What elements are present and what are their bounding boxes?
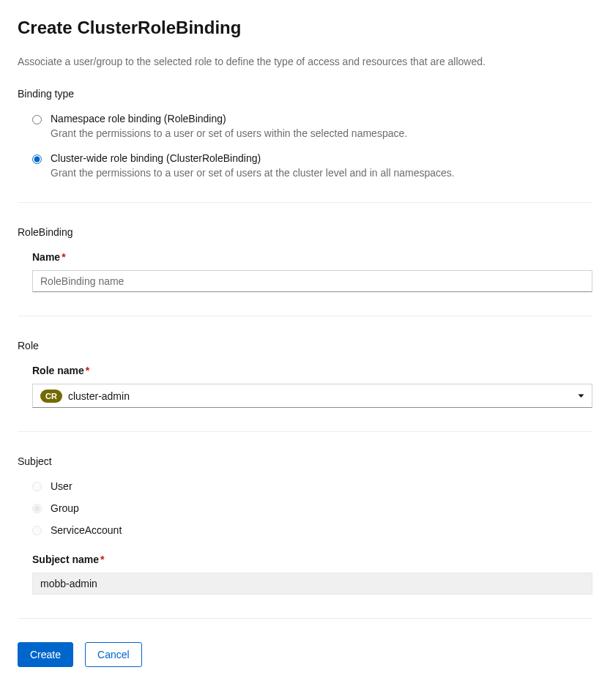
subject-section: Subject User Group ServiceAccount Subjec… [18,455,592,619]
binding-type-cluster-title: Cluster-wide role binding (ClusterRoleBi… [51,152,592,164]
rolebinding-section: RoleBinding Name* [18,226,592,316]
role-section-label: Role [18,340,592,351]
binding-type-radio-group: Namespace role binding (RoleBinding) Gra… [18,113,592,179]
page-description: Associate a user/group to the selected r… [18,56,592,67]
binding-type-radio-cluster[interactable] [32,154,42,164]
role-section: Role Role name* CR cluster-admin [18,340,592,432]
required-indicator: * [62,251,65,263]
cancel-button[interactable]: Cancel [85,642,142,667]
rolebinding-name-field: Name* [18,251,592,292]
role-name-select[interactable]: CR cluster-admin [32,384,592,408]
clusterrole-badge: CR [40,390,62,403]
required-indicator: * [100,554,104,565]
binding-type-section: Binding type Namespace role binding (Rol… [18,88,592,203]
form-actions: Create Cancel [18,642,592,667]
required-indicator: * [86,365,89,376]
binding-type-option-cluster[interactable]: Cluster-wide role binding (ClusterRoleBi… [32,152,592,179]
binding-type-namespace-title: Namespace role binding (RoleBinding) [51,113,592,124]
create-button[interactable]: Create [18,642,73,667]
page-title: Create ClusterRoleBinding [18,18,592,38]
subject-option-group[interactable]: Group [32,502,592,514]
subject-fields: User Group ServiceAccount Subject name* [18,480,592,595]
subject-name-input[interactable] [32,573,592,595]
subject-option-user[interactable]: User [32,480,592,492]
subject-option-serviceaccount[interactable]: ServiceAccount [32,524,592,536]
role-name-selected-value: cluster-admin [68,390,578,402]
binding-type-radio-namespace[interactable] [32,115,42,124]
rolebinding-name-input[interactable] [32,270,592,292]
subject-radio-group[interactable] [32,504,42,513]
subject-section-label: Subject [18,455,592,467]
role-name-field: Role name* CR cluster-admin [18,365,592,408]
subject-name-label: Subject name* [32,554,592,565]
caret-down-icon [578,392,584,400]
rolebinding-section-label: RoleBinding [18,226,592,238]
subject-group-label: Group [51,502,79,514]
role-name-select-wrap: CR cluster-admin [32,384,592,408]
binding-type-option-namespace[interactable]: Namespace role binding (RoleBinding) Gra… [32,113,592,139]
subject-radio-serviceaccount[interactable] [32,526,42,535]
subject-user-label: User [51,480,72,492]
subject-radio-group: User Group ServiceAccount [32,480,592,536]
binding-type-label: Binding type [18,88,592,100]
rolebinding-name-label: Name* [32,251,592,263]
subject-radio-user[interactable] [32,482,42,491]
role-name-label: Role name* [32,365,592,376]
binding-type-cluster-desc: Grant the permissions to a user or set o… [51,167,592,179]
binding-type-namespace-desc: Grant the permissions to a user or set o… [51,127,592,139]
subject-serviceaccount-label: ServiceAccount [51,524,122,536]
